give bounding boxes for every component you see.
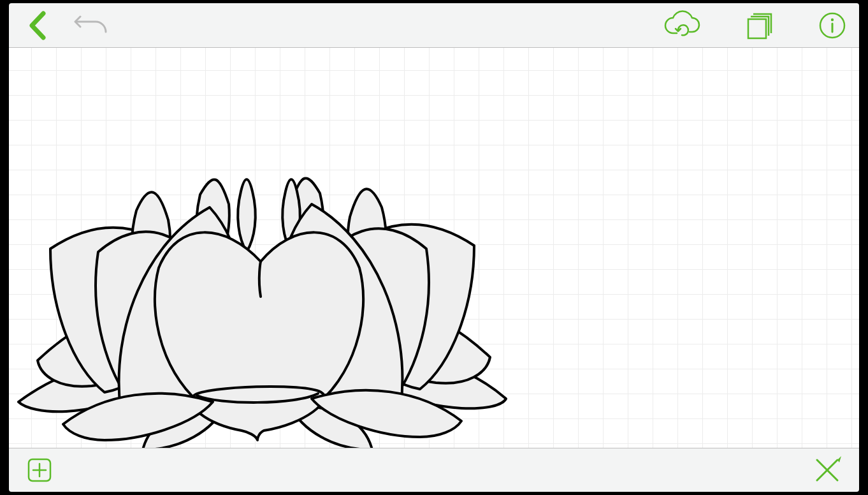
undo-button[interactable] (74, 13, 110, 38)
chevron-left-icon (27, 11, 48, 40)
info-icon (818, 11, 846, 40)
lotus-flower-icon (15, 150, 525, 448)
cloud-sync-button[interactable] (663, 10, 701, 41)
plus-square-icon (27, 457, 52, 483)
undo-icon (74, 13, 110, 38)
cut-tool-button[interactable] (813, 456, 841, 484)
svg-point-2 (831, 18, 834, 20)
info-button[interactable] (818, 11, 846, 40)
add-button[interactable] (27, 457, 52, 483)
cloud-sync-icon (663, 10, 701, 41)
pages-icon (744, 10, 775, 41)
top-toolbar (9, 3, 859, 47)
design-canvas[interactable] (9, 47, 859, 448)
back-button[interactable] (27, 11, 48, 40)
svg-rect-0 (748, 19, 766, 38)
bottom-toolbar (9, 448, 859, 492)
canvas-object-lotus[interactable] (15, 150, 525, 448)
app-frame (9, 3, 859, 492)
scissors-pen-icon (813, 456, 841, 484)
pages-button[interactable] (744, 10, 775, 41)
